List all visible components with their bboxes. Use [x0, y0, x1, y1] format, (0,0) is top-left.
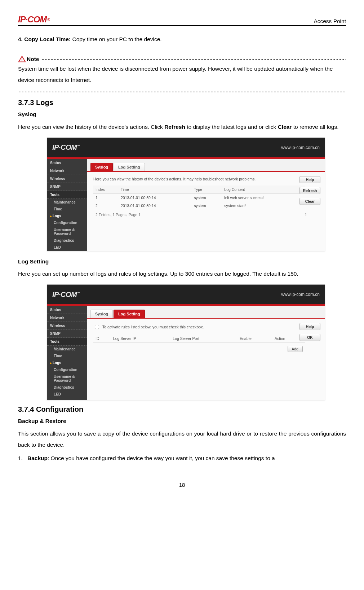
- sidebar2-sub-configuration[interactable]: Configuration: [47, 366, 87, 373]
- tabs2: Syslog Log Setting: [87, 306, 325, 319]
- header-right: Access Point: [314, 18, 346, 25]
- sidebar-sub-time[interactable]: Time: [47, 206, 87, 213]
- config-heading: 3.7.4 Configuration: [18, 405, 346, 414]
- copy-local-time-title: 4. Copy Local Time:: [18, 36, 71, 42]
- panel-desc: Here you can view the history of the dev…: [93, 177, 318, 181]
- col2-port: Log Server Port: [170, 335, 238, 343]
- col-type: Type: [192, 185, 222, 194]
- col2-id: ID: [93, 335, 111, 343]
- col2-enable: Enable: [238, 335, 272, 343]
- clear-button[interactable]: Clear: [299, 198, 320, 205]
- tab2-log-setting[interactable]: Log Setting: [114, 310, 145, 318]
- rule-table: ID Log Server IP Log Server Port Enable …: [93, 335, 305, 355]
- item1-num: 1.: [18, 453, 27, 464]
- page-number: 18: [18, 482, 346, 488]
- sidebar-sub-diagnostics[interactable]: Diagnostics: [47, 237, 87, 244]
- sidebar2-sub-username[interactable]: Username & Password: [47, 373, 87, 384]
- sidebar2-sub-time[interactable]: Time: [47, 353, 87, 359]
- sidebar-item-wireless[interactable]: Wireless: [47, 175, 87, 183]
- sidebar-item-snmp[interactable]: SNMP: [47, 183, 87, 191]
- sidebar-item-status[interactable]: Status: [47, 159, 87, 167]
- warning-triangle-icon: [18, 55, 26, 63]
- sidebar-sub-username[interactable]: Username & Password: [47, 226, 87, 237]
- copy-local-time-line: 4. Copy Local Time: Copy time on your PC…: [18, 34, 346, 44]
- full-dashes: ----------------------------------------…: [18, 88, 346, 95]
- help-button2[interactable]: Help: [299, 323, 320, 330]
- shot-url: www.ip-com.com.cn: [281, 145, 320, 150]
- sidebar2-item-network[interactable]: Network: [47, 314, 87, 322]
- sidebar2-item-status[interactable]: Status: [47, 306, 87, 314]
- col-index: Index: [93, 185, 119, 194]
- activate-label: To activate rules listed below, you must…: [102, 325, 204, 329]
- sidebar-item-tools[interactable]: Tools: [47, 191, 87, 199]
- copy-local-time-text: Copy time on your PC to the device.: [71, 36, 161, 42]
- help-button[interactable]: Help: [299, 176, 320, 183]
- syslog-text-2: to display the latest logs and or click: [185, 124, 278, 130]
- add-button[interactable]: Add: [288, 346, 303, 352]
- backup-text: This section allows you to save a copy o…: [18, 428, 346, 450]
- log-table: Index Time Type Log Content 1 2013-01-01…: [93, 185, 305, 210]
- table-row: 2 2013-01-01 00:59:14 system system star…: [93, 202, 305, 210]
- sidebar-sub-maintenance[interactable]: Maintenance: [47, 199, 87, 206]
- sidebar2: Status Network Wireless SNMP Tools Maint…: [47, 306, 87, 400]
- shot2-logo: IP·COM™: [52, 290, 80, 299]
- sidebar2-sub-led[interactable]: LED: [47, 391, 87, 398]
- table-row: 1 2013-01-01 00:59:14 system init web se…: [93, 193, 305, 202]
- shot2-url: www.ip-com.com.cn: [281, 292, 320, 297]
- sidebar2-item-tools[interactable]: Tools: [47, 338, 87, 346]
- note-line: Note -----------------------------------…: [18, 55, 346, 63]
- svg-point-1: [22, 61, 22, 61]
- log-setting-title: Log Setting: [18, 256, 346, 267]
- sidebar2-sub-logs[interactable]: Logs: [47, 359, 87, 366]
- logo-reg: ®: [47, 18, 49, 22]
- pager-right: 1: [305, 213, 307, 217]
- sidebar-sub-led[interactable]: LED: [47, 244, 87, 251]
- shot-logo: IP·COM™: [52, 143, 80, 152]
- page-header: IP·COM® Access Point: [18, 14, 346, 26]
- logo-text: IP·COM: [18, 14, 46, 25]
- syslog-text-3: to remove all logs.: [292, 124, 338, 130]
- syslog-title: Syslog: [18, 109, 346, 119]
- sidebar-sub-configuration[interactable]: Configuration: [47, 219, 87, 226]
- activate-checkbox-row: To activate rules listed below, you must…: [93, 324, 318, 330]
- sidebar: Status Network Wireless SNMP Tools Maint…: [47, 159, 87, 251]
- log-setting-text: Here you can set up number of logs and r…: [18, 268, 346, 279]
- syslog-text: Here you can view the history of the dev…: [18, 121, 346, 132]
- sidebar-sub-logs[interactable]: Logs: [47, 213, 87, 219]
- refresh-button[interactable]: Refresh: [299, 187, 320, 194]
- sidebar-item-network[interactable]: Network: [47, 167, 87, 175]
- sidebar2-sub-maintenance[interactable]: Maintenance: [47, 346, 87, 353]
- tabs: Syslog Log Setting: [87, 159, 325, 172]
- logs-heading: 3.7.3 Logs: [18, 99, 346, 107]
- syslog-text-1: Here you can view the history of the dev…: [18, 124, 164, 130]
- pager-left: 2 Entries, 1 Pages, Page 1: [96, 213, 141, 217]
- activate-checkbox[interactable]: [95, 325, 99, 329]
- tab2-syslog[interactable]: Syslog: [90, 310, 113, 318]
- backup-item-1: 1.Backup: Once you have configured the d…: [18, 453, 346, 464]
- ok-button[interactable]: OK: [299, 334, 320, 341]
- sidebar2-sub-diagnostics[interactable]: Diagnostics: [47, 384, 87, 391]
- tab-syslog[interactable]: Syslog: [90, 163, 113, 171]
- note-body: System time will be lost when the device…: [18, 63, 346, 86]
- col2-ip: Log Server IP: [111, 335, 170, 343]
- backup-title: Backup & Restore: [18, 416, 346, 426]
- sidebar2-item-wireless[interactable]: Wireless: [47, 322, 87, 330]
- screenshot-log-setting: IP·COM™ www.ip-com.com.cn Status Network…: [47, 284, 325, 400]
- pager: 2 Entries, 1 Pages, Page 1 1: [93, 210, 309, 220]
- syslog-bold-2: Clear: [278, 124, 292, 130]
- col-content: Log Content: [222, 185, 305, 194]
- note-label: Note: [27, 56, 39, 62]
- screenshot-syslog: IP·COM™ www.ip-com.com.cn Status Network…: [47, 137, 325, 251]
- shot-top-bar: IP·COM™ www.ip-com.com.cn: [47, 138, 325, 157]
- tab-log-setting[interactable]: Log Setting: [114, 163, 145, 171]
- shot2-top-bar: IP·COM™ www.ip-com.com.cn: [47, 285, 325, 304]
- sidebar2-item-snmp[interactable]: SNMP: [47, 330, 87, 338]
- syslog-bold-1: Refresh: [164, 124, 185, 130]
- ipcom-logo: IP·COM®: [18, 14, 50, 25]
- item1-text: : Once you have configured the device th…: [48, 455, 275, 461]
- item1-bold: Backup: [27, 455, 48, 461]
- col-time: Time: [119, 185, 192, 194]
- note-dashes: ----------------------------------------…: [41, 56, 346, 62]
